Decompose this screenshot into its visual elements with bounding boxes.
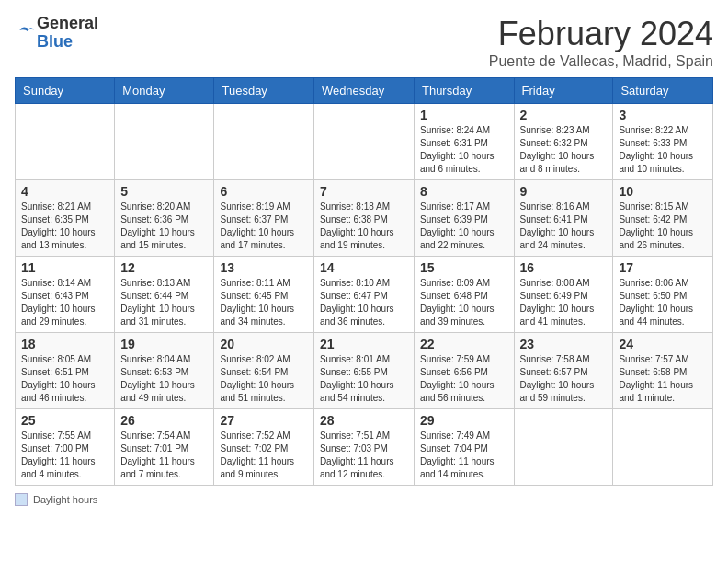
calendar-cell: 16Sunrise: 8:08 AM Sunset: 6:49 PM Dayli… [514, 257, 613, 333]
day-info: Sunrise: 8:23 AM Sunset: 6:32 PM Dayligh… [520, 124, 608, 176]
day-info: Sunrise: 8:06 AM Sunset: 6:50 PM Dayligh… [619, 277, 707, 328]
day-number: 1 [420, 108, 508, 122]
calendar-cell: 3Sunrise: 8:22 AM Sunset: 6:33 PM Daylig… [613, 104, 713, 180]
day-number: 29 [420, 413, 508, 428]
day-info: Sunrise: 8:22 AM Sunset: 6:33 PM Dayligh… [619, 124, 707, 176]
calendar-cell: 12Sunrise: 8:13 AM Sunset: 6:44 PM Dayli… [115, 257, 214, 333]
calendar-day-header: Thursday [414, 78, 514, 104]
calendar-cell [313, 104, 414, 180]
day-info: Sunrise: 8:10 AM Sunset: 6:47 PM Dayligh… [320, 277, 408, 328]
day-number: 6 [220, 184, 307, 199]
calendar-table: SundayMondayTuesdayWednesdayThursdayFrid… [15, 77, 713, 486]
subtitle: Puente de Vallecas, Madrid, Spain [489, 53, 713, 70]
day-number: 5 [120, 184, 208, 199]
title-section: February 2024 Puente de Vallecas, Madrid… [489, 15, 713, 70]
day-info: Sunrise: 7:52 AM Sunset: 7:02 PM Dayligh… [220, 430, 307, 481]
logo-icon [17, 24, 35, 42]
logo-blue-text: Blue [37, 33, 98, 52]
calendar-cell: 22Sunrise: 7:59 AM Sunset: 6:56 PM Dayli… [414, 333, 514, 409]
calendar-cell: 15Sunrise: 8:09 AM Sunset: 6:48 PM Dayli… [414, 257, 514, 333]
day-number: 9 [520, 184, 608, 199]
day-info: Sunrise: 8:16 AM Sunset: 6:41 PM Dayligh… [520, 201, 608, 252]
calendar-day-header: Friday [514, 78, 613, 104]
day-info: Sunrise: 8:14 AM Sunset: 6:43 PM Dayligh… [21, 277, 108, 328]
calendar-cell: 4Sunrise: 8:21 AM Sunset: 6:35 PM Daylig… [16, 180, 115, 257]
day-info: Sunrise: 8:24 AM Sunset: 6:31 PM Dayligh… [420, 124, 508, 176]
calendar-cell: 27Sunrise: 7:52 AM Sunset: 7:02 PM Dayli… [214, 409, 313, 486]
calendar-cell: 21Sunrise: 8:01 AM Sunset: 6:55 PM Dayli… [313, 333, 414, 409]
day-info: Sunrise: 8:05 AM Sunset: 6:51 PM Dayligh… [21, 353, 108, 405]
day-number: 26 [120, 413, 208, 428]
day-info: Sunrise: 8:21 AM Sunset: 6:35 PM Dayligh… [21, 201, 108, 252]
calendar-cell: 14Sunrise: 8:10 AM Sunset: 6:47 PM Dayli… [313, 257, 414, 333]
calendar-day-header: Wednesday [313, 78, 414, 104]
day-info: Sunrise: 8:02 AM Sunset: 6:54 PM Dayligh… [220, 353, 307, 405]
calendar-week-row: 18Sunrise: 8:05 AM Sunset: 6:51 PM Dayli… [16, 333, 713, 409]
day-number: 10 [619, 184, 707, 199]
calendar-cell: 19Sunrise: 8:04 AM Sunset: 6:53 PM Dayli… [115, 333, 214, 409]
day-number: 13 [220, 260, 307, 275]
calendar-day-header: Tuesday [214, 78, 313, 104]
day-info: Sunrise: 7:54 AM Sunset: 7:01 PM Dayligh… [120, 430, 208, 481]
calendar-cell: 26Sunrise: 7:54 AM Sunset: 7:01 PM Dayli… [115, 409, 214, 486]
day-number: 3 [619, 108, 707, 122]
calendar-week-row: 11Sunrise: 8:14 AM Sunset: 6:43 PM Dayli… [16, 257, 713, 333]
calendar-cell [214, 104, 313, 180]
day-info: Sunrise: 8:18 AM Sunset: 6:38 PM Dayligh… [320, 201, 408, 252]
day-info: Sunrise: 8:04 AM Sunset: 6:53 PM Dayligh… [120, 353, 208, 405]
page-header: General Blue February 2024 Puente de Val… [15, 15, 713, 70]
calendar-cell: 20Sunrise: 8:02 AM Sunset: 6:54 PM Dayli… [214, 333, 313, 409]
calendar-cell [115, 104, 214, 180]
day-number: 15 [420, 260, 508, 275]
day-info: Sunrise: 8:09 AM Sunset: 6:48 PM Dayligh… [420, 277, 508, 328]
calendar-cell [16, 104, 115, 180]
day-number: 2 [520, 108, 608, 122]
logo: General Blue [15, 15, 98, 52]
day-number: 16 [520, 260, 608, 275]
calendar-cell: 8Sunrise: 8:17 AM Sunset: 6:39 PM Daylig… [414, 180, 514, 257]
day-number: 8 [420, 184, 508, 199]
calendar-week-row: 25Sunrise: 7:55 AM Sunset: 7:00 PM Dayli… [16, 409, 713, 486]
calendar-cell: 1Sunrise: 8:24 AM Sunset: 6:31 PM Daylig… [414, 104, 514, 180]
day-number: 19 [120, 337, 208, 351]
calendar-cell: 11Sunrise: 8:14 AM Sunset: 6:43 PM Dayli… [16, 257, 115, 333]
legend-box [15, 493, 28, 506]
calendar-cell: 6Sunrise: 8:19 AM Sunset: 6:37 PM Daylig… [214, 180, 313, 257]
day-number: 20 [220, 337, 307, 351]
day-info: Sunrise: 7:58 AM Sunset: 6:57 PM Dayligh… [520, 353, 608, 405]
calendar-week-row: 4Sunrise: 8:21 AM Sunset: 6:35 PM Daylig… [16, 180, 713, 257]
day-number: 23 [520, 337, 608, 351]
day-info: Sunrise: 8:17 AM Sunset: 6:39 PM Dayligh… [420, 201, 508, 252]
day-number: 25 [21, 413, 108, 428]
day-info: Sunrise: 8:01 AM Sunset: 6:55 PM Dayligh… [320, 353, 408, 405]
calendar-cell: 29Sunrise: 7:49 AM Sunset: 7:04 PM Dayli… [414, 409, 514, 486]
day-number: 18 [21, 337, 108, 351]
day-info: Sunrise: 8:15 AM Sunset: 6:42 PM Dayligh… [619, 201, 707, 252]
calendar-cell: 5Sunrise: 8:20 AM Sunset: 6:36 PM Daylig… [115, 180, 214, 257]
day-info: Sunrise: 7:55 AM Sunset: 7:00 PM Dayligh… [21, 430, 108, 481]
calendar-cell: 25Sunrise: 7:55 AM Sunset: 7:00 PM Dayli… [16, 409, 115, 486]
calendar-cell [613, 409, 713, 486]
calendar-cell: 2Sunrise: 8:23 AM Sunset: 6:32 PM Daylig… [514, 104, 613, 180]
calendar-cell: 24Sunrise: 7:57 AM Sunset: 6:58 PM Dayli… [613, 333, 713, 409]
day-number: 12 [120, 260, 208, 275]
calendar-day-header: Sunday [16, 78, 115, 104]
day-number: 28 [320, 413, 408, 428]
legend: Daylight hours [15, 493, 713, 506]
day-info: Sunrise: 8:20 AM Sunset: 6:36 PM Dayligh… [120, 201, 208, 252]
day-number: 22 [420, 337, 508, 351]
logo-general-text: General [37, 15, 98, 33]
day-number: 7 [320, 184, 408, 199]
legend-label: Daylight hours [33, 494, 97, 505]
day-info: Sunrise: 8:19 AM Sunset: 6:37 PM Dayligh… [220, 201, 307, 252]
day-number: 4 [21, 184, 108, 199]
day-info: Sunrise: 8:13 AM Sunset: 6:44 PM Dayligh… [120, 277, 208, 328]
calendar-cell [514, 409, 613, 486]
main-title: February 2024 [489, 15, 713, 53]
day-number: 17 [619, 260, 707, 275]
calendar-cell: 18Sunrise: 8:05 AM Sunset: 6:51 PM Dayli… [16, 333, 115, 409]
day-number: 27 [220, 413, 307, 428]
calendar-cell: 17Sunrise: 8:06 AM Sunset: 6:50 PM Dayli… [613, 257, 713, 333]
calendar-cell: 23Sunrise: 7:58 AM Sunset: 6:57 PM Dayli… [514, 333, 613, 409]
day-info: Sunrise: 8:08 AM Sunset: 6:49 PM Dayligh… [520, 277, 608, 328]
